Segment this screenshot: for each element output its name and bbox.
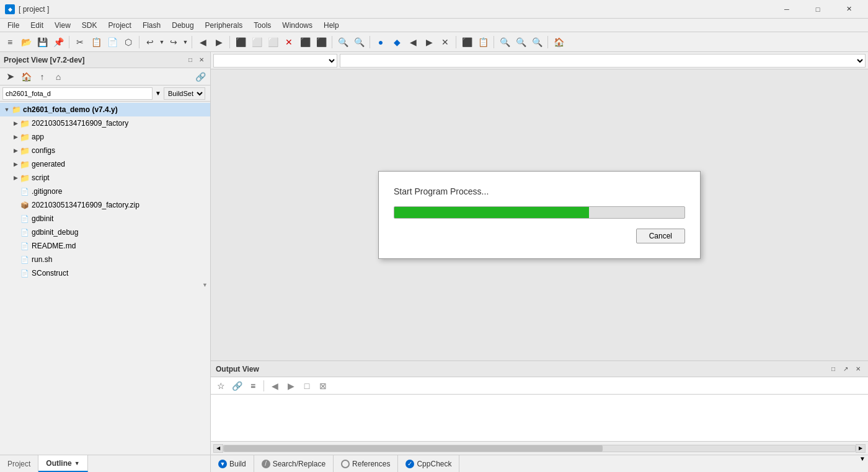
toolbar-copy-icon[interactable]: 📋 — [89, 35, 104, 50]
output-close-button[interactable]: ✕ — [853, 364, 863, 374]
toolbar-pin-icon[interactable]: 📌 — [51, 35, 66, 50]
menu-view[interactable]: View — [50, 19, 76, 32]
cancel-button[interactable]: Cancel — [636, 229, 685, 243]
tab-cppcheck[interactable]: ✓ CppCheck — [398, 455, 459, 472]
toolbar-prev2-icon[interactable]: ◀ — [405, 35, 420, 50]
tree-item-gdbinit[interactable]: 📄 gdbinit — [0, 212, 210, 225]
scroll-right-button[interactable]: ▶ — [856, 444, 866, 453]
output-prev-icon[interactable]: ◀ — [267, 378, 282, 393]
sidebar-root-icon[interactable]: ⌂ — [51, 69, 66, 84]
toolbar-prev-icon[interactable]: ◀ — [195, 35, 210, 50]
toolbar-search-icon[interactable]: 🔍 — [335, 35, 350, 50]
sidebar-maximize-button[interactable]: □ — [185, 55, 195, 65]
menu-tools[interactable]: Tools — [249, 19, 276, 32]
tree-item-gdbinit-debug[interactable]: 📄 gdbinit_debug — [0, 225, 210, 239]
toolbar-stop2-icon[interactable]: ⬛ — [459, 35, 474, 50]
tree-root[interactable]: ▼ 📁 ch2601_fota_demo (v7.4.y) — [0, 103, 210, 116]
tree-item-script[interactable]: ▶ 📁 script — [0, 171, 210, 185]
content-dropdown-2[interactable] — [340, 54, 866, 68]
toolbar-next-icon[interactable]: ▶ — [211, 35, 226, 50]
title-bar: ◆ [ project ] ─ □ ✕ — [0, 0, 868, 19]
toolbar-paste-icon[interactable]: 📄 — [105, 35, 120, 50]
menu-flash[interactable]: Flash — [138, 19, 166, 32]
gitignore-file-icon: 📄 — [20, 186, 30, 196]
scroll-track[interactable] — [223, 445, 856, 452]
toolbar-search2-icon[interactable]: 🔍 — [352, 35, 366, 50]
toolbar-stop-icon[interactable]: ✕ — [281, 35, 296, 50]
toolbar-home-icon[interactable]: 🏠 — [551, 35, 566, 50]
sidebar-filter-input[interactable] — [2, 87, 153, 100]
sidebar-buildset-select[interactable]: BuildSet — [164, 87, 205, 100]
tab-outline[interactable]: Outline ▼ — [38, 455, 87, 472]
tree-item-app[interactable]: ▶ 📁 app — [0, 130, 210, 144]
toolbar-undo-icon[interactable]: ↩ — [143, 35, 157, 50]
output-popout-button[interactable]: ↗ — [841, 364, 851, 374]
menu-sdk[interactable]: SDK — [77, 19, 102, 32]
toolbar-x-icon[interactable]: ✕ — [438, 35, 453, 50]
tree-item-configs[interactable]: ▶ 📁 configs — [0, 144, 210, 157]
generated-folder-icon: 📁 — [20, 159, 30, 169]
tab-references[interactable]: References — [334, 455, 398, 472]
menu-help[interactable]: Help — [319, 19, 344, 32]
tree-item-generated[interactable]: ▶ 📁 generated — [0, 157, 210, 171]
output-expand-button[interactable]: □ — [828, 364, 838, 374]
maximize-button[interactable]: □ — [804, 0, 832, 19]
toolbar-sep-3 — [192, 36, 192, 48]
menu-edit[interactable]: Edit — [25, 19, 48, 32]
toolbar-clip-icon[interactable]: 📋 — [476, 35, 490, 50]
sidebar-up-icon[interactable]: ↑ — [35, 69, 50, 84]
menu-file[interactable]: File — [2, 19, 24, 32]
output-link-icon[interactable]: 🔗 — [229, 378, 244, 393]
sidebar-nav-icon[interactable]: ➤ — [2, 69, 17, 84]
script-folder-icon: 📁 — [20, 173, 30, 183]
toolbar-search4-icon[interactable]: 🔍 — [513, 35, 528, 50]
close-button[interactable]: ✕ — [835, 0, 863, 19]
toolbar-build-icon[interactable]: ⬛ — [233, 35, 248, 50]
tree-item-readme[interactable]: 📄 README.md — [0, 239, 210, 253]
toolbar-menu-icon[interactable]: ≡ — [2, 35, 17, 50]
output-star-icon[interactable]: ☆ — [213, 378, 228, 393]
toolbar-circle2-icon[interactable]: ◆ — [389, 35, 404, 50]
toolbar-flash2-icon[interactable]: ⬜ — [265, 35, 280, 50]
tree-item-gitignore[interactable]: 📄 .gitignore — [0, 185, 210, 198]
menu-debug[interactable]: Debug — [167, 19, 198, 32]
bottom-tabs-arrow-icon[interactable]: ▼ — [859, 455, 866, 472]
tab-build[interactable]: ▼ Build — [211, 455, 254, 472]
sidebar-home-icon[interactable]: 🏠 — [19, 69, 33, 84]
toolbar-search3-icon[interactable]: 🔍 — [497, 35, 512, 50]
toolbar-circle1-icon[interactable]: ● — [373, 35, 388, 50]
tree-item-factory[interactable]: ▶ 📁 20210305134716909_factory — [0, 116, 210, 130]
sidebar-link-icon[interactable]: 🔗 — [193, 69, 208, 84]
toolbar-debug-icon[interactable]: ⬛ — [298, 35, 312, 50]
tab-search-replace[interactable]: / Search/Replace — [254, 455, 334, 472]
scroll-left-button[interactable]: ◀ — [213, 444, 223, 453]
output-next-icon[interactable]: ▶ — [283, 378, 298, 393]
menu-windows[interactable]: Windows — [277, 19, 317, 32]
sidebar-close-button[interactable]: ✕ — [197, 55, 206, 65]
tab-project[interactable]: Project — [0, 455, 38, 472]
output-collapse-icon[interactable]: □ — [299, 378, 314, 393]
tree-item-zip[interactable]: 📦 20210305134716909_factory.zip — [0, 198, 210, 212]
horizontal-scrollbar[interactable]: ◀ ▶ — [211, 441, 868, 455]
toolbar-debug2-icon[interactable]: ⬛ — [314, 35, 329, 50]
scroll-thumb[interactable] — [224, 445, 603, 452]
output-clear-icon[interactable]: ⊠ — [316, 378, 330, 393]
toolbar-cut-icon[interactable]: ✂ — [73, 35, 87, 50]
tree-item-runsh[interactable]: 📄 run.sh — [0, 253, 210, 266]
menu-project[interactable]: Project — [104, 19, 136, 32]
toolbar-redo-dropdown-icon[interactable]: ▼ — [182, 35, 188, 50]
toolbar-undo-dropdown-icon[interactable]: ▼ — [159, 35, 165, 50]
toolbar-flash-icon[interactable]: ⬜ — [249, 35, 264, 50]
content-dropdown-1[interactable] — [213, 54, 337, 68]
toolbar-redo-icon[interactable]: ↪ — [166, 35, 181, 50]
toolbar-next2-icon[interactable]: ▶ — [422, 35, 436, 50]
toolbar-search5-icon[interactable]: 🔍 — [529, 35, 544, 50]
toolbar-unknown1-icon[interactable]: ⬡ — [121, 35, 136, 50]
toolbar-open-icon[interactable]: 📂 — [19, 35, 33, 50]
toolbar-save-icon[interactable]: 💾 — [35, 35, 50, 50]
readme-arrow-placeholder — [11, 242, 20, 250]
menu-peripherals[interactable]: Peripherals — [200, 19, 248, 32]
output-filter-icon[interactable]: ≡ — [246, 378, 260, 393]
tree-item-sconstruct[interactable]: 📄 SConstruct — [0, 266, 210, 280]
minimize-button[interactable]: ─ — [773, 0, 801, 19]
